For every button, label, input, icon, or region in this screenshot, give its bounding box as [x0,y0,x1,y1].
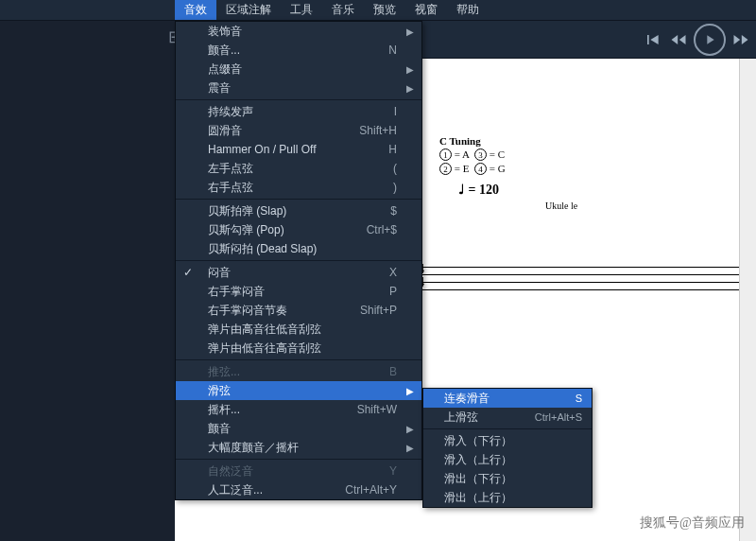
effects-dropdown: 装饰音▶ 颤音...N 点缀音▶ 震音▶ 持续发声I 圆滑音Shift+H Ha… [175,21,422,500]
play-button[interactable] [694,24,726,56]
smi-slide-in-down[interactable]: 滑入（下行） [423,431,592,450]
mi-pick-down[interactable]: 弹片由高音往低音刮弦 [176,320,421,339]
mi-let-ring[interactable]: 持续发声I [176,102,421,121]
menu-effects[interactable]: 音效 [175,0,216,20]
menu-tools[interactable]: 工具 [281,0,322,20]
mi-slap[interactable]: 贝斯拍弹 (Slap)$ [176,201,421,220]
mi-artificial-harm[interactable]: 人工泛音...Ctrl+Alt+Y [176,480,421,499]
smi-slide-out-up[interactable]: 滑出（上行） [423,488,592,507]
mi-lh-tap[interactable]: 左手点弦( [176,159,421,178]
mi-vibrato[interactable]: 颤音▶ [176,419,421,438]
mi-dead-slap[interactable]: 贝斯闷拍 (Dead Slap) [176,239,421,258]
mi-palm-mute[interactable]: 右手掌闷音P [176,282,421,301]
menu-window[interactable]: 视窗 [405,0,447,20]
menu-music[interactable]: 音乐 [322,0,364,20]
menu-region-annotate[interactable]: 区域注解 [216,0,281,20]
track-name: Ukule le [545,201,577,211]
mi-grace-note[interactable]: 装饰音▶ [176,22,421,41]
smi-shift-slide[interactable]: 上滑弦Ctrl+Alt+S [423,408,592,427]
scrollbar[interactable] [739,59,756,541]
mi-wide-vibrato[interactable]: 大幅度颤音／摇杆▶ [176,438,421,457]
menu-help[interactable]: 帮助 [447,0,489,20]
mi-rh-tap[interactable]: 右手点弦) [176,178,421,197]
smi-slide-out-down[interactable]: 滑出（下行） [423,469,592,488]
mi-whammy[interactable]: 摇杆...Shift+W [176,400,421,419]
mi-bend: 推弦...B [176,362,421,381]
mi-natural-harm: 自然泛音Y [176,462,421,480]
tempo-label: ♩ = 120 [458,182,499,198]
mi-hammer-pull[interactable]: Hammer On / Pull OffH [176,140,421,159]
mi-legato[interactable]: 圆滑音Shift+H [176,121,421,140]
rewind-icon[interactable] [667,28,690,51]
mi-slide[interactable]: 滑弦▶ [176,381,421,400]
mi-mute[interactable]: ✓闷音X [176,263,421,282]
watermark: 搜狐号@音频应用 [640,515,745,532]
smi-slide-in-up[interactable]: 滑入（上行） [423,450,592,469]
slide-submenu: 连奏滑音S 上滑弦Ctrl+Alt+S 滑入（下行） 滑入（上行） 滑出（下行）… [422,388,593,508]
menubar: 音效 区域注解 工具 音乐 预览 视窗 帮助 [0,0,756,21]
menu-preview[interactable]: 预览 [364,0,405,20]
skip-start-icon[interactable] [641,28,663,51]
smi-legato-slide[interactable]: 连奏滑音S [423,389,592,408]
mi-tremolo[interactable]: 震音▶ [176,79,421,97]
tuning-block: C Tuning 1 = A 3 = C 2 = E 4 = G [439,134,506,175]
mi-trill[interactable]: 颤音...N [176,41,421,60]
mi-palm-mute-rhythm[interactable]: 右手掌闷音节奏Shift+P [176,301,421,320]
mi-pick-up[interactable]: 弹片由低音往高音刮弦 [176,339,421,358]
mi-ornament[interactable]: 点缀音▶ [176,60,421,79]
forward-icon[interactable] [730,28,752,51]
mi-pop[interactable]: 贝斯勾弹 (Pop)Ctrl+$ [176,220,421,239]
staff: 𝄢 44 [406,267,747,305]
